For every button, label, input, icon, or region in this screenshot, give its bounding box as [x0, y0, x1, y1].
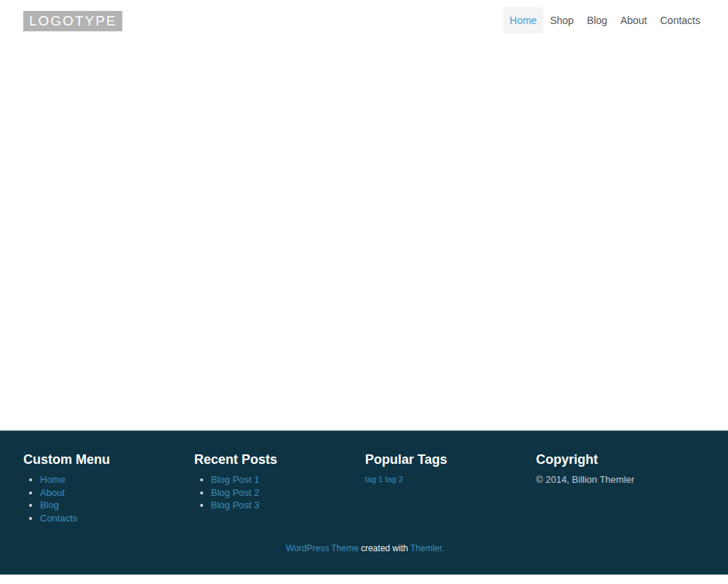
- custom-menu-link-home[interactable]: Home: [40, 474, 66, 485]
- footer-col-custom-menu: Custom Menu Home About Blog Contacts: [23, 431, 194, 524]
- nav-item-contacts[interactable]: Contacts: [654, 7, 707, 33]
- main-nav: Home Shop Blog About Contacts: [503, 7, 707, 33]
- custom-menu-link-about[interactable]: About: [40, 487, 65, 498]
- themler-link[interactable]: Themler: [411, 543, 442, 553]
- copyright-title: Copyright: [536, 452, 692, 467]
- nav-item-shop[interactable]: Shop: [543, 7, 580, 33]
- nav-link-blog[interactable]: Blog: [580, 7, 614, 33]
- footer-col-copyright: Copyright © 2014, Billion Themler: [536, 431, 707, 524]
- list-item: Home: [40, 473, 180, 486]
- nav-item-home[interactable]: Home: [503, 7, 543, 33]
- recent-post-link-3[interactable]: Blog Post 3: [211, 500, 260, 510]
- tag-link-2[interactable]: tag 2: [385, 475, 403, 484]
- footer-col-recent-posts: Recent Posts Blog Post 1 Blog Post 2 Blo…: [194, 431, 365, 524]
- credit-text: created with: [361, 543, 408, 553]
- list-item: Blog Post 3: [211, 499, 351, 512]
- tag-link-1[interactable]: tag 1: [365, 475, 383, 484]
- tags-line: tag 1 tag 2: [365, 475, 522, 484]
- nav-item-blog[interactable]: Blog: [580, 7, 614, 33]
- wordpress-theme-link[interactable]: WordPress Theme: [286, 543, 359, 553]
- nav-link-contacts[interactable]: Contacts: [654, 7, 707, 33]
- list-item: Blog Post 2: [211, 486, 351, 500]
- recent-post-link-2[interactable]: Blog Post 2: [211, 487, 260, 498]
- footer-col-popular-tags: Popular Tags tag 1 tag 2: [365, 431, 537, 524]
- list-item: About: [40, 486, 180, 500]
- list-item: Contacts: [40, 512, 180, 525]
- nav-item-about[interactable]: About: [614, 7, 654, 33]
- nav-link-shop[interactable]: Shop: [543, 7, 580, 33]
- custom-menu-link-contacts[interactable]: Contacts: [40, 513, 77, 524]
- site-logo[interactable]: LOGOTYPE: [23, 11, 122, 31]
- nav-link-about[interactable]: About: [614, 7, 654, 33]
- credit-suffix: .: [442, 543, 444, 553]
- custom-menu-link-blog[interactable]: Blog: [40, 500, 59, 510]
- main-content-empty: [0, 33, 728, 430]
- site-header: LOGOTYPE Home Shop Blog About Contacts: [0, 0, 728, 33]
- custom-menu-list: Home About Blog Contacts: [23, 473, 180, 524]
- main-nav-list: Home Shop Blog About Contacts: [503, 7, 707, 33]
- list-item: Blog Post 1: [211, 473, 351, 486]
- copyright-text: © 2014, Billion Themler: [536, 474, 692, 486]
- site-footer: Custom Menu Home About Blog Contacts Rec…: [0, 430, 728, 575]
- custom-menu-title: Custom Menu: [23, 452, 180, 467]
- recent-posts-title: Recent Posts: [194, 452, 351, 467]
- popular-tags-title: Popular Tags: [365, 452, 522, 467]
- nav-link-home[interactable]: Home: [503, 7, 543, 33]
- footer-credit: WordPress Theme created with Themler.: [21, 543, 707, 553]
- list-item: Blog: [40, 499, 180, 512]
- recent-posts-list: Blog Post 1 Blog Post 2 Blog Post 3: [194, 473, 351, 512]
- recent-post-link-1[interactable]: Blog Post 1: [211, 474, 260, 485]
